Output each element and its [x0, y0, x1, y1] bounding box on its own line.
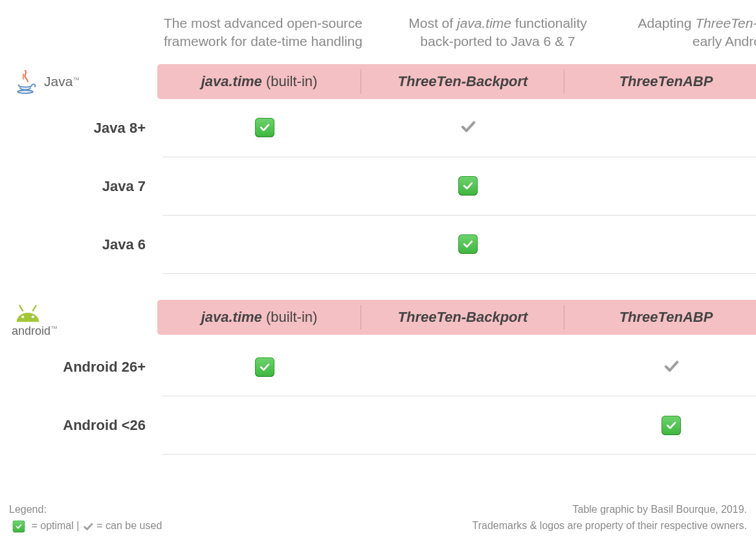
cell-a26-backport: [366, 338, 570, 396]
optimal-check-icon: [458, 234, 478, 254]
legend-title: Legend:: [9, 502, 162, 518]
legend-line: = optimal | = can be used: [9, 518, 162, 534]
col1-suffix: (built-in): [262, 73, 318, 89]
desc-prefix: Most of: [408, 16, 457, 30]
legend: Legend: = optimal | = can be used: [9, 502, 162, 534]
canbeused-check-icon: [662, 357, 680, 378]
cell-java8-javatime: [162, 99, 366, 157]
row-java6: Java 6: [0, 216, 756, 274]
row-label: Java 8+: [0, 99, 162, 157]
row-label: Android 26+: [0, 338, 162, 396]
desc-italic: java.time: [457, 16, 511, 30]
optimal-check-icon: [255, 118, 274, 137]
canbeused-check-icon: [82, 521, 94, 532]
row-java7: Java 7: [0, 157, 756, 216]
cell-a26-javatime: [162, 338, 366, 396]
cell-java6-backport: [366, 216, 570, 274]
java-column-headers: java.time (built-in) ThreeTen-Backport T…: [157, 64, 756, 99]
desc-threetenabp: Adapting ThreeTen-Backport to early Andr…: [615, 10, 756, 64]
optimal-check-icon: [13, 521, 25, 533]
col-header-backport: ThreeTen-Backport: [361, 64, 564, 99]
row-android26: Android 26+: [0, 338, 756, 396]
column-descriptions-row: The most advanced open-source framework …: [0, 10, 756, 64]
java-tm: ™: [72, 75, 80, 83]
credits-line1: Table graphic by Basil Bourque, 2019.: [472, 502, 747, 518]
svg-point-2: [32, 315, 34, 318]
row-android-lt26: Android <26: [0, 396, 756, 455]
optimal-check-icon: [662, 416, 681, 435]
cell-alt26-backport: [366, 396, 570, 455]
cell-java8-backport: [366, 99, 570, 157]
row-label: Java 6: [0, 216, 162, 274]
svg-line-3: [20, 306, 23, 311]
cell-java6-abp: [570, 216, 756, 274]
java-label-text: Java: [44, 74, 72, 89]
col-header-abp: ThreeTenABP: [564, 64, 756, 99]
optimal-check-icon: [255, 357, 274, 377]
desc-italic: ThreeTen-Backport: [695, 16, 756, 30]
android-column-headers: java.time (built-in) ThreeTen-Backport T…: [157, 300, 756, 335]
credits: Table graphic by Basil Bourque, 2019. Tr…: [472, 502, 747, 534]
legend-canbeused: = can be used: [94, 520, 162, 531]
desc-javatime: The most advanced open-source framework …: [146, 10, 381, 64]
svg-line-4: [33, 306, 36, 311]
col1-italic: java.time: [201, 73, 262, 89]
android-header-row: android™ java.time (built-in) ThreeTen-B…: [0, 300, 756, 338]
java-platform-cell: Java™: [0, 64, 157, 99]
android-platform-cell: android™: [0, 300, 157, 338]
row-label: Android <26: [0, 396, 162, 455]
col-header-javatime: java.time (built-in): [157, 64, 361, 99]
desc-prefix: Adapting: [638, 16, 695, 30]
cell-java7-javatime: [162, 157, 366, 216]
svg-point-1: [21, 315, 24, 318]
col1-suffix: (built-in): [262, 309, 318, 325]
cell-alt26-abp: [570, 396, 756, 455]
android-label-text: android: [12, 324, 50, 337]
cell-java8-abp: [570, 99, 756, 157]
row-java8: Java 8+: [0, 99, 756, 157]
comparison-table: The most advanced open-source framework …: [0, 0, 756, 455]
cell-java7-abp: [570, 157, 756, 216]
android-logo-icon: [12, 300, 44, 326]
credits-line2: Trademarks & logos are property of their…: [472, 518, 747, 534]
android-rows: Android 26+ Android <26: [0, 338, 756, 455]
android-platform-label: android™: [12, 324, 58, 338]
cell-alt26-javatime: [162, 396, 366, 455]
optimal-check-icon: [458, 176, 478, 196]
java-logo-icon: [12, 68, 39, 95]
section-gap: [0, 274, 756, 300]
svg-point-0: [17, 90, 33, 93]
cell-a26-abp: [570, 338, 756, 396]
footer: Legend: = optimal | = can be used Table …: [9, 502, 747, 534]
col-header-backport: ThreeTen-Backport: [361, 300, 564, 335]
android-tm: ™: [50, 324, 58, 332]
canbeused-check-icon: [459, 117, 477, 138]
row-label: Java 7: [0, 157, 162, 216]
legend-optimal: = optimal: [28, 520, 74, 531]
java-rows: Java 8+ Java 7 Java 6: [0, 99, 756, 274]
col-header-javatime: java.time (built-in): [157, 300, 361, 335]
col-header-abp: ThreeTenABP: [564, 300, 756, 335]
col1-italic: java.time: [201, 309, 262, 325]
spacer: [0, 10, 146, 64]
desc-threeten-backport: Most of java.time functionality back-por…: [381, 10, 615, 64]
cell-java7-backport: [366, 157, 570, 216]
java-platform-label: Java™: [44, 74, 80, 89]
cell-java6-javatime: [162, 216, 366, 274]
legend-divider: |: [74, 520, 82, 531]
java-header-row: Java™ java.time (built-in) ThreeTen-Back…: [0, 64, 756, 99]
